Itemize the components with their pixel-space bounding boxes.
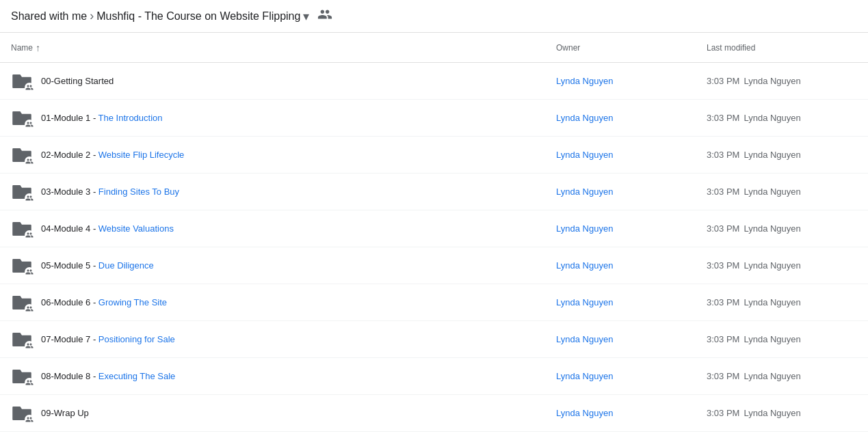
row-name-cell: 05-Module 5 - Due Diligence	[11, 255, 556, 277]
table-row[interactable]: 08-Module 8 - Executing The Sale Lynda N…	[0, 358, 868, 395]
folder-link[interactable]: Executing The Sale	[98, 371, 176, 381]
row-name-cell: 09-Wrap Up	[11, 402, 556, 424]
row-modified: 3:03 PM Lynda Nguyen	[707, 408, 857, 418]
row-owner[interactable]: Lynda Nguyen	[556, 76, 707, 86]
mod-time: 3:03 PM	[707, 371, 739, 381]
dropdown-arrow-icon[interactable]: ▾	[303, 9, 309, 24]
folder-link[interactable]: Due Diligence	[98, 260, 154, 271]
mod-user: Lynda Nguyen	[744, 76, 800, 86]
folder-link[interactable]: Website Flip Lifecycle	[98, 150, 184, 160]
folder-icon	[11, 144, 33, 166]
row-name-cell: 03-Module 3 - Finding Sites To Buy	[11, 181, 556, 203]
folder-icon	[11, 366, 33, 387]
file-name: 05-Module 5 - Due Diligence	[41, 260, 154, 271]
folder-link[interactable]: Positioning for Sale	[98, 334, 175, 344]
folder-link[interactable]: Finding Sites To Buy	[98, 187, 179, 197]
shared-badge-icon	[25, 267, 34, 277]
row-name-cell: 07-Module 7 - Positioning for Sale	[11, 329, 556, 350]
folder-icon	[11, 218, 33, 240]
table-body: 00-Getting Started Lynda Nguyen 3:03 PM …	[0, 63, 868, 432]
row-owner[interactable]: Lynda Nguyen	[556, 260, 707, 271]
file-name: 02-Module 2 - Website Flip Lifecycle	[41, 150, 184, 160]
mod-user: Lynda Nguyen	[744, 297, 800, 307]
mod-user: Lynda Nguyen	[744, 150, 800, 160]
shared-badge-icon	[25, 193, 34, 203]
folder-link[interactable]: The Introduction	[98, 113, 163, 123]
folder-icon	[11, 70, 33, 92]
mod-user: Lynda Nguyen	[744, 223, 800, 234]
file-name: 00-Getting Started	[41, 76, 114, 86]
file-name: 03-Module 3 - Finding Sites To Buy	[41, 187, 179, 197]
shared-badge-icon	[25, 378, 34, 387]
row-modified: 3:03 PM Lynda Nguyen	[707, 260, 857, 271]
row-name-cell: 08-Module 8 - Executing The Sale	[11, 366, 556, 387]
name-header-label: Name	[11, 43, 33, 53]
mod-time: 3:03 PM	[707, 150, 739, 160]
mod-time: 3:03 PM	[707, 260, 739, 271]
file-name: 08-Module 8 - Executing The Sale	[41, 371, 175, 381]
table-row[interactable]: 07-Module 7 - Positioning for Sale Lynda…	[0, 321, 868, 358]
row-owner[interactable]: Lynda Nguyen	[556, 371, 707, 381]
mod-user: Lynda Nguyen	[744, 334, 800, 344]
owner-column-header: Owner	[556, 43, 707, 53]
row-modified: 3:03 PM Lynda Nguyen	[707, 150, 857, 160]
file-name: 06-Module 6 - Growing The Site	[41, 297, 167, 307]
row-owner[interactable]: Lynda Nguyen	[556, 223, 707, 234]
table-row[interactable]: 03-Module 3 - Finding Sites To Buy Lynda…	[0, 174, 868, 210]
row-name-cell: 04-Module 4 - Website Valuations	[11, 218, 556, 240]
breadcrumb-current-folder-name[interactable]: Mushfiq - The Course on Website Flipping	[96, 10, 300, 23]
folder-icon	[11, 292, 33, 314]
row-modified: 3:03 PM Lynda Nguyen	[707, 187, 857, 197]
row-modified: 3:03 PM Lynda Nguyen	[707, 334, 857, 344]
table-row[interactable]: 02-Module 2 - Website Flip Lifecycle Lyn…	[0, 137, 868, 174]
row-owner[interactable]: Lynda Nguyen	[556, 297, 707, 307]
modified-column-header: Last modified	[707, 43, 857, 53]
table-row[interactable]: 09-Wrap Up Lynda Nguyen 3:03 PM Lynda Ng…	[0, 395, 868, 432]
mod-time: 3:03 PM	[707, 187, 739, 197]
mod-user: Lynda Nguyen	[744, 371, 800, 381]
table-row[interactable]: 06-Module 6 - Growing The Site Lynda Ngu…	[0, 284, 868, 321]
row-owner[interactable]: Lynda Nguyen	[556, 187, 707, 197]
folder-link[interactable]: Growing The Site	[98, 297, 167, 307]
shared-badge-icon	[25, 415, 34, 424]
folder-link[interactable]: Website Valuations	[98, 223, 174, 234]
row-owner[interactable]: Lynda Nguyen	[556, 150, 707, 160]
folder-icon	[11, 402, 33, 424]
shared-badge-icon	[25, 156, 34, 166]
shared-badge-icon	[25, 83, 34, 92]
table-row[interactable]: 04-Module 4 - Website Valuations Lynda N…	[0, 210, 868, 247]
table-row[interactable]: 00-Getting Started Lynda Nguyen 3:03 PM …	[0, 63, 868, 100]
folder-icon	[11, 255, 33, 277]
mod-user: Lynda Nguyen	[744, 260, 800, 271]
row-name-cell: 01-Module 1 - The Introduction	[11, 107, 556, 129]
row-modified: 3:03 PM Lynda Nguyen	[707, 371, 857, 381]
file-name: 04-Module 4 - Website Valuations	[41, 223, 174, 234]
share-people-icon[interactable]	[317, 7, 332, 25]
table-row[interactable]: 01-Module 1 - The Introduction Lynda Ngu…	[0, 100, 868, 137]
row-modified: 3:03 PM Lynda Nguyen	[707, 76, 857, 86]
sort-arrow-icon: ↑	[36, 42, 40, 53]
row-modified: 3:03 PM Lynda Nguyen	[707, 297, 857, 307]
name-column-header[interactable]: Name ↑	[11, 42, 556, 53]
row-name-cell: 06-Module 6 - Growing The Site	[11, 292, 556, 314]
row-name-cell: 00-Getting Started	[11, 70, 556, 92]
mod-user: Lynda Nguyen	[744, 187, 800, 197]
shared-badge-icon	[25, 120, 34, 129]
breadcrumb-current-folder: Mushfiq - The Course on Website Flipping…	[96, 9, 309, 24]
mod-time: 3:03 PM	[707, 76, 739, 86]
breadcrumb: Shared with me › Mushfiq - The Course on…	[0, 0, 868, 33]
breadcrumb-shared-link[interactable]: Shared with me	[11, 10, 87, 23]
mod-time: 3:03 PM	[707, 334, 739, 344]
shared-badge-icon	[25, 341, 34, 350]
mod-time: 3:03 PM	[707, 297, 739, 307]
row-name-cell: 02-Module 2 - Website Flip Lifecycle	[11, 144, 556, 166]
mod-time: 3:03 PM	[707, 113, 739, 123]
table-row[interactable]: 05-Module 5 - Due Diligence Lynda Nguyen…	[0, 247, 868, 284]
row-owner[interactable]: Lynda Nguyen	[556, 408, 707, 418]
mod-time: 3:03 PM	[707, 223, 739, 234]
row-owner[interactable]: Lynda Nguyen	[556, 334, 707, 344]
folder-icon	[11, 107, 33, 129]
row-modified: 3:03 PM Lynda Nguyen	[707, 223, 857, 234]
folder-icon	[11, 329, 33, 350]
row-owner[interactable]: Lynda Nguyen	[556, 113, 707, 123]
